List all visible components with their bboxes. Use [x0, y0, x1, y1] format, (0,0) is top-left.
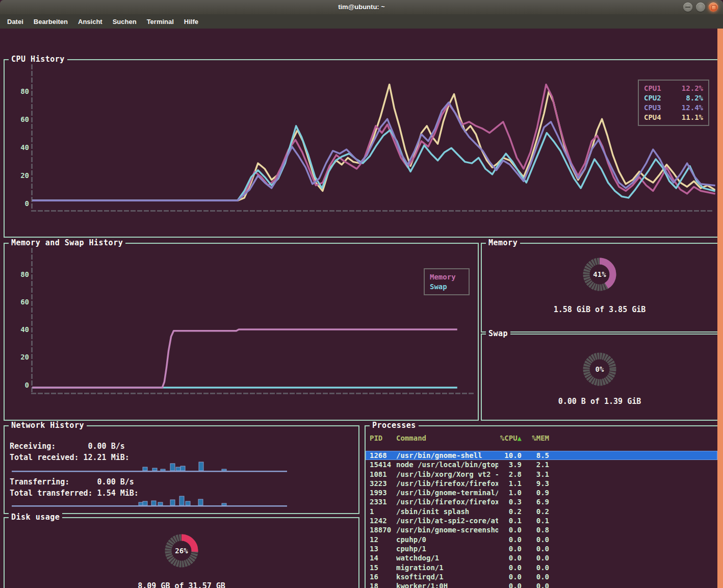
process-row-1[interactable]: 1/sbin/init splash0.20.2: [366, 507, 717, 516]
cell-pid: 18: [370, 581, 396, 588]
cell-mem: 0.0: [527, 535, 549, 544]
process-row-18[interactable]: 18kworker/1:0H0.00.0: [366, 581, 717, 588]
window-controls: [683, 3, 718, 12]
cell-pid: 1: [370, 507, 396, 516]
minimize-button[interactable]: [683, 3, 692, 12]
legend-value: 12.4%: [682, 104, 703, 112]
column-command[interactable]: Command: [396, 433, 498, 443]
processes-table: 1268/usr/bin/gnome-shell10.08.515414node…: [366, 451, 717, 588]
swap-donut: 0%: [582, 352, 617, 387]
cell-cpu: 0.0: [498, 544, 522, 553]
received-sparkline: [12, 460, 290, 473]
spark-bar: [222, 469, 226, 471]
disk-usage-title: Disk usage: [9, 513, 62, 522]
column-pid[interactable]: PID: [370, 433, 396, 443]
cell-pid: 14: [370, 553, 396, 563]
legend-entry-cpu2: CPU28.2%: [644, 94, 703, 102]
process-row-1242[interactable]: 1242/usr/lib/at-spi2-core/at0.10.1: [366, 516, 717, 525]
cell-pid: 15414: [370, 460, 396, 469]
legend-entry-memory: Memory: [430, 273, 463, 281]
y-tick-40: 40: [11, 325, 29, 334]
cell-cpu: 0.0: [498, 563, 522, 572]
process-row-3223[interactable]: 3223/usr/lib/firefox/firefox1.19.3: [366, 479, 717, 488]
column-mem[interactable]: %MEM: [527, 433, 549, 443]
process-row-15[interactable]: 15migration/10.00.0: [366, 563, 717, 572]
cell-cpu: 0.0: [498, 553, 522, 563]
terminal-window: { "window": { "title": "tim@ubuntu: ~", …: [0, 0, 723, 588]
menu-bar: DateiBearbeitenAnsichtSuchenTerminalHilf…: [0, 14, 723, 29]
legend-label: CPU1: [644, 84, 661, 92]
process-row-18870[interactable]: 18870/usr/bin/gnome-screensho0.00.8: [366, 525, 717, 534]
cell-cmd: migration/1: [396, 563, 498, 572]
cell-pid: 15: [370, 563, 396, 572]
cell-mem: 0.8: [527, 525, 549, 534]
swap-detail: 0.00 B of 1.39 GiB: [482, 397, 717, 406]
menu-item-suchen[interactable]: Suchen: [108, 16, 142, 28]
title-bar[interactable]: tim@ubuntu: ~: [0, 0, 723, 14]
legend-label: Memory: [430, 273, 456, 281]
cpu-history-panel: CPU History 806040200 CPU112.2%CPU28.2%C…: [4, 59, 718, 238]
network-history-panel: Network History Receiving: 0.00 B/s Tota…: [4, 425, 359, 514]
process-row-16[interactable]: 16ksoftirqd/10.00.0: [366, 572, 717, 581]
memory-swap-legend: MemorySwap: [424, 268, 470, 295]
legend-value: 12.2%: [682, 84, 703, 92]
cell-cpu: 0.0: [498, 525, 522, 534]
cell-cmd: /usr/lib/firefox/firefox: [396, 497, 498, 506]
spark-baseline: [12, 471, 287, 472]
disk-usage-panel: Disk usage 26% 8.09 GB of 31.57 GB: [4, 517, 359, 588]
process-row-1993[interactable]: 1993/usr/lib/gnome-terminal/1.00.9: [366, 488, 717, 497]
process-row-2331[interactable]: 2331/usr/lib/firefox/firefox0.36.9: [366, 497, 717, 506]
legend-value: 8.2%: [686, 94, 703, 102]
y-tick-0: 0: [11, 381, 29, 389]
spark-bar: [176, 467, 180, 471]
menu-item-terminal[interactable]: Terminal: [142, 16, 179, 28]
legend-label: CPU3: [644, 104, 661, 112]
maximize-button[interactable]: [696, 3, 705, 12]
legend-label: CPU2: [644, 94, 661, 102]
process-row-13[interactable]: 13cpuhp/10.00.0: [366, 544, 717, 553]
spark-bar: [179, 496, 184, 505]
process-row-12[interactable]: 12cpuhp/00.00.0: [366, 535, 717, 544]
spark-bar: [143, 467, 147, 471]
cell-mem: 0.0: [527, 544, 549, 553]
cell-cmd: ksoftirqd/1: [396, 572, 498, 581]
cell-cmd: watchdog/1: [396, 553, 498, 563]
transferred-sparkline: [12, 495, 290, 508]
menu-item-datei[interactable]: Datei: [2, 16, 29, 28]
cell-mem: 0.0: [527, 563, 549, 572]
process-row-14[interactable]: 14watchdog/10.00.0: [366, 553, 717, 563]
disk-detail: 8.09 GB of 31.57 GB: [5, 581, 358, 588]
process-row-1081[interactable]: 1081/usr/lib/xorg/Xorg vt2 -2.83.1: [366, 470, 717, 479]
cell-pid: 1242: [370, 516, 396, 525]
spark-bar: [152, 468, 157, 471]
spark-bar: [199, 462, 203, 471]
cell-cpu: 0.0: [498, 535, 522, 544]
close-button[interactable]: [709, 3, 718, 12]
cell-pid: 18870: [370, 525, 396, 534]
spark-baseline: [12, 505, 287, 507]
terminal-scrollbar[interactable]: [717, 29, 723, 588]
menu-item-bearbeiten[interactable]: Bearbeiten: [29, 16, 73, 28]
legend-value: 11.1%: [682, 113, 703, 121]
cell-mem: 8.5: [527, 451, 549, 460]
cell-cpu: 0.0: [498, 572, 522, 581]
memory-swap-chart: [33, 244, 477, 397]
menu-item-hilfe[interactable]: Hilfe: [179, 16, 203, 28]
cell-pid: 3223: [370, 479, 396, 488]
column-cpu[interactable]: %CPU▲: [498, 433, 522, 443]
cell-cmd: /usr/lib/xorg/Xorg vt2 -: [396, 470, 498, 479]
cell-cmd: cpuhp/0: [396, 535, 498, 544]
legend-entry-cpu4: CPU411.1%: [644, 113, 703, 121]
y-tick-80: 80: [11, 270, 29, 278]
process-row-1268[interactable]: 1268/usr/bin/gnome-shell10.08.5: [366, 451, 717, 460]
y-tick-60: 60: [11, 298, 29, 306]
swap-title: Swap: [486, 329, 510, 338]
y-tick-80: 80: [11, 87, 29, 95]
spark-bar: [222, 503, 226, 505]
menu-item-ansicht[interactable]: Ansicht: [73, 16, 108, 28]
legend-entry-cpu1: CPU112.2%: [644, 84, 703, 92]
process-row-15414[interactable]: 15414node /usr/local/bin/gtop3.92.1: [366, 460, 717, 469]
spark-bar: [198, 499, 203, 505]
legend-entry-swap: Swap: [430, 283, 463, 291]
y-tick-40: 40: [11, 143, 29, 151]
